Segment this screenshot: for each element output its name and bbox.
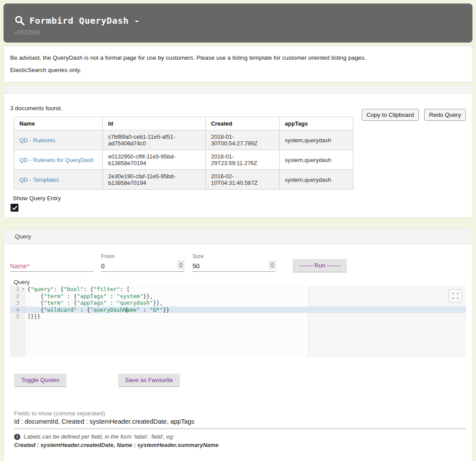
- document-apptags: system,querydash: [280, 130, 353, 150]
- document-link[interactable]: QD - Rulesets: [19, 137, 55, 144]
- document-id: e0132950-cf9f-11e5-95bd-b13858e70194: [103, 150, 206, 170]
- editor-gutter: 1▾2345: [10, 286, 25, 357]
- column-header-created: Created: [206, 117, 280, 130]
- name-field[interactable]: Name*: [10, 253, 94, 272]
- fold-arrow-icon[interactable]: ▾: [22, 286, 25, 293]
- name-field-label: Name*: [10, 261, 94, 271]
- show-query-entry-label: Show Query Entry: [13, 195, 466, 202]
- results-section-strip: [4, 86, 472, 94]
- editor-line-number: 2: [10, 293, 25, 300]
- advisory-notice: Be advised, the QueryDash is not a forma…: [4, 46, 472, 82]
- results-section: 3 documents found. Copy to Clipboard Red…: [4, 86, 472, 218]
- document-apptags: system,querydash: [280, 170, 353, 190]
- document-id: c7bf89a0-ceb1-11e5-af51-ad75406d74c0: [103, 130, 206, 150]
- text-cursor: [127, 307, 127, 313]
- editor-code-line[interactable]: {"query": {"bool": {"filter": [: [25, 286, 466, 293]
- editor-code-line[interactable]: {"term" : {"appTags" : "system"}},: [25, 293, 466, 300]
- size-field-spinner[interactable]: [269, 260, 276, 270]
- document-created: 2018-01-30T00:54:27.789Z: [206, 130, 280, 150]
- save-as-favourite-button[interactable]: Save as Favourite: [118, 374, 180, 386]
- search-icon: [14, 15, 25, 26]
- size-field-label: Size: [193, 253, 276, 261]
- spinner-down-icon: [270, 265, 274, 268]
- size-field-value[interactable]: 50: [193, 261, 276, 271]
- redo-query-button[interactable]: Redo Query: [424, 109, 466, 121]
- editor-code-line[interactable]: ]}}}: [25, 313, 466, 320]
- advisory-line-2: ElasticSearch queries only.: [10, 67, 466, 73]
- query-editor-label: Query: [14, 279, 466, 285]
- table-row: QD - Templates 2e30e190-cfaf-11e5-95bd-b…: [14, 170, 353, 190]
- from-field-spinner[interactable]: [177, 260, 185, 270]
- editor-code-line[interactable]: {"wildcard" : {"queryDashName" : "Q*"}}: [25, 306, 466, 313]
- editor-line-number: 5: [10, 313, 25, 320]
- query-section-title: Query: [15, 233, 31, 240]
- editor-line-number: 1▾: [10, 286, 25, 293]
- hint-example-text: Created : systemHeader.createdDate, Name…: [14, 442, 466, 448]
- column-header-apptags: appTags: [280, 117, 353, 130]
- document-apptags: system,querydash: [280, 150, 353, 170]
- app-header: Formbird QueryDash - v202202A: [4, 4, 472, 43]
- from-field-value[interactable]: 0: [101, 261, 185, 271]
- query-editor[interactable]: 1▾2345 {"query": {"bool": {"filter": [ {…: [10, 286, 466, 357]
- editor-line-number: 4: [10, 306, 25, 313]
- table-row: QD - Rulesets for QueryDash e0132950-cf9…: [14, 150, 353, 170]
- document-created: 2018-01-29T23:59:11.276Z: [206, 150, 280, 170]
- editor-code-pane[interactable]: {"query": {"bool": {"filter": [ {"term" …: [25, 286, 466, 357]
- editor-code-line[interactable]: {"term" : {"appTags" : "querydash"}},: [25, 299, 466, 306]
- checkmark-icon: [12, 205, 18, 210]
- fullscreen-icon: [452, 293, 458, 299]
- table-row: QD - Rulesets c7bf89a0-ceb1-11e5-af51-ad…: [14, 130, 353, 150]
- spinner-down-icon: [179, 265, 183, 268]
- size-field[interactable]: Size 50: [193, 253, 276, 272]
- results-table: Name Id Created appTags QD - Rulesets c7…: [14, 117, 353, 190]
- query-section-strip: Query: [4, 230, 472, 244]
- document-created: 2016-02-10T04:31:40.587Z: [206, 170, 280, 190]
- table-header-row: Name Id Created appTags: [14, 117, 353, 130]
- document-link[interactable]: QD - Templates: [19, 176, 59, 183]
- fields-to-show-value[interactable]: Id : documentId, Created : systemHeader.…: [14, 418, 466, 429]
- editor-line-number: 3: [10, 299, 25, 306]
- hint-text: Labels can be defined per field, in the …: [24, 433, 174, 440]
- advisory-line-1: Be advised, the QueryDash is not a forma…: [10, 54, 466, 61]
- copy-to-clipboard-button[interactable]: Copy to Clipboard: [362, 109, 419, 121]
- document-link[interactable]: QD - Rulesets for QueryDash: [19, 157, 94, 163]
- page-title: Formbird QueryDash -: [29, 15, 140, 26]
- run-button[interactable]: ------- Run -------: [293, 259, 347, 272]
- column-header-name: Name: [14, 117, 103, 130]
- from-field[interactable]: From 0: [101, 253, 185, 272]
- document-id: 2e30e190-cfaf-11e5-95bd-b13858e70194: [103, 170, 206, 190]
- version-label: v202202A: [14, 29, 465, 36]
- fields-to-show-label: Fields to show (comma separated): [14, 410, 466, 417]
- from-field-label: From: [101, 253, 185, 261]
- toggle-quotes-button[interactable]: Toggle Quotes: [14, 374, 66, 386]
- show-query-entry-checkbox[interactable]: [11, 204, 18, 212]
- info-icon: i: [14, 434, 20, 440]
- fullscreen-button[interactable]: [449, 289, 462, 303]
- query-section: Query Name* From 0 Size 50: [4, 229, 472, 461]
- column-header-id: Id: [103, 117, 206, 130]
